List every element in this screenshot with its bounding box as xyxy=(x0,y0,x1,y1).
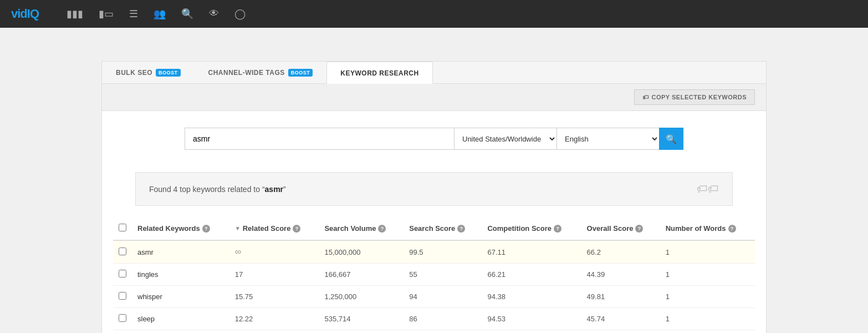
th-search-volume: Search Volume ? xyxy=(319,217,404,240)
results-banner: Found 4 top keywords related to “asmr” 🏷… xyxy=(135,172,733,206)
copy-keywords-button[interactable]: 🏷 COPY SELECTED KEYWORDS xyxy=(634,89,755,105)
overall-score-help-icon[interactable]: ? xyxy=(635,225,643,233)
keyword-link[interactable]: asmr xyxy=(137,248,154,256)
row-checkbox[interactable] xyxy=(119,248,126,255)
table-row: asmr ∞ 15,000,000 99.5 67.11 66.2 1 xyxy=(113,240,755,264)
boost-badge-bulk-seo: BOOST xyxy=(156,69,181,77)
main-container: BULK SEO BOOST CHANNEL-WIDE TAGS BOOST K… xyxy=(101,61,767,333)
keyword-cell: whisper xyxy=(132,286,229,308)
region-select[interactable]: United States/Worldwide Global United Ki… xyxy=(454,128,556,150)
users-icon[interactable]: 👥 xyxy=(154,8,166,20)
search-volume-value: 1,250,000 xyxy=(324,292,356,301)
related-score-cell: ∞ xyxy=(229,240,319,264)
num-words-cell: 1 xyxy=(660,286,755,308)
num-words-cell: 1 xyxy=(660,308,755,330)
row-checkbox-cell xyxy=(113,240,132,264)
logo-vid: vid xyxy=(11,7,27,21)
search-button[interactable]: 🔍 xyxy=(659,128,683,150)
related-score-cell: 12.22 xyxy=(229,308,319,330)
copy-btn-label: COPY SELECTED KEYWORDS xyxy=(651,94,747,100)
th-related-score[interactable]: ▼ Related Score ? xyxy=(229,217,319,240)
row-checkbox-cell xyxy=(113,308,132,330)
num-words-value: 1 xyxy=(666,248,670,256)
keyword-link[interactable]: tingles xyxy=(137,270,159,279)
search-score-value: 55 xyxy=(409,270,417,279)
competition-score-help-icon[interactable]: ? xyxy=(554,225,561,233)
competition-score-value: 94.53 xyxy=(487,315,506,323)
num-words-cell: 1 xyxy=(660,240,755,264)
search-icon[interactable]: 🔍 xyxy=(181,8,193,20)
num-words-cell: 1 xyxy=(660,264,755,286)
language-select[interactable]: English Spanish French German Portuguese xyxy=(556,128,659,150)
search-score-cell: 94 xyxy=(404,286,482,308)
logo-iq: IQ xyxy=(27,7,39,21)
search-score-help-icon[interactable]: ? xyxy=(457,225,465,233)
tabs-bar: BULK SEO BOOST CHANNEL-WIDE TAGS BOOST K… xyxy=(102,62,766,84)
search-volume-cell: 15,000,000 xyxy=(319,240,404,264)
overall-score-value: 49.81 xyxy=(587,292,605,301)
tab-keyword-research[interactable]: KEYWORD RESEARCH xyxy=(326,62,432,84)
search-volume-help-icon[interactable]: ? xyxy=(378,225,386,233)
keywords-table: Related Keywords ? ▼ Related Score ? xyxy=(113,217,755,330)
related-score-cell: 17 xyxy=(229,264,319,286)
keyword-search-input[interactable] xyxy=(185,128,454,150)
row-checkbox[interactable] xyxy=(119,314,126,322)
search-score-value: 99.5 xyxy=(409,248,423,256)
search-score-cell: 55 xyxy=(404,264,482,286)
num-words-value: 1 xyxy=(666,315,670,323)
select-all-checkbox[interactable] xyxy=(119,224,126,231)
competition-score-value: 66.21 xyxy=(487,270,506,279)
search-volume-value: 535,714 xyxy=(324,315,350,323)
keyword-help-icon[interactable]: ? xyxy=(202,225,210,233)
overall-score-value: 45.74 xyxy=(587,315,605,323)
competition-score-value: 94.38 xyxy=(487,292,506,301)
table-row: whisper 15.75 1,250,000 94 94.38 49.81 1 xyxy=(113,286,755,308)
th-related-score-label: Related Score xyxy=(243,224,291,233)
results-keyword: asmr xyxy=(265,185,283,194)
sort-arrow-icon: ▼ xyxy=(235,225,241,231)
keyword-link[interactable]: sleep xyxy=(137,315,155,323)
search-row: United States/Worldwide Global United Ki… xyxy=(185,128,683,150)
overall-score-value: 44.39 xyxy=(587,270,605,279)
overall-score-cell: 44.39 xyxy=(581,264,660,286)
overall-score-cell: 45.74 xyxy=(581,308,660,330)
th-num-words: Number of Words ? xyxy=(660,217,755,240)
tab-bulk-seo[interactable]: BULK SEO BOOST xyxy=(102,62,195,83)
video-icon[interactable]: ▮▭ xyxy=(99,8,114,20)
row-checkbox[interactable] xyxy=(119,270,126,278)
keyword-link[interactable]: whisper xyxy=(137,292,162,301)
tag-icon: 🏷🏷 xyxy=(697,183,719,195)
search-score-cell: 86 xyxy=(404,308,482,330)
th-num-words-label: Number of Words xyxy=(666,224,726,233)
th-search-volume-label: Search Volume xyxy=(324,224,376,233)
bar-chart-icon[interactable]: ▮▮▮ xyxy=(67,8,83,20)
competition-score-cell: 94.38 xyxy=(482,286,581,308)
competition-score-cell: 94.53 xyxy=(482,308,581,330)
th-competition-score: Competition Score ? xyxy=(482,217,581,240)
keyword-cell: tingles xyxy=(132,264,229,286)
num-words-value: 1 xyxy=(666,270,670,279)
search-volume-value: 15,000,000 xyxy=(324,248,360,256)
search-section: United States/Worldwide Global United Ki… xyxy=(102,111,766,167)
row-checkbox[interactable] xyxy=(119,292,126,300)
th-overall-score: Overall Score ? xyxy=(581,217,660,240)
related-score-help-icon[interactable]: ? xyxy=(293,225,300,233)
nav-icons: ▮▮▮ ▮▭ ☰ 👥 🔍 👁 ◯ xyxy=(67,8,246,20)
eye-icon[interactable]: 👁 xyxy=(209,8,219,20)
top-navigation: vidIQ ▮▮▮ ▮▭ ☰ 👥 🔍 👁 ◯ xyxy=(0,0,868,28)
search-score-cell: 99.5 xyxy=(404,240,482,264)
plus-circle-icon[interactable]: ◯ xyxy=(234,8,246,20)
list-icon[interactable]: ☰ xyxy=(129,8,138,20)
table-section: Related Keywords ? ▼ Related Score ? xyxy=(102,217,766,333)
related-score-value: 15.75 xyxy=(235,292,253,301)
logo: vidIQ xyxy=(11,7,39,21)
search-score-value: 94 xyxy=(409,292,417,301)
related-score-value: 17 xyxy=(235,270,243,279)
tab-channel-tags[interactable]: CHANNEL-WIDE TAGS BOOST xyxy=(195,62,327,83)
num-words-help-icon[interactable]: ? xyxy=(728,225,736,233)
search-volume-cell: 166,667 xyxy=(319,264,404,286)
results-message: Found 4 top keywords related to “asmr” xyxy=(149,185,286,194)
th-keyword: Related Keywords ? xyxy=(132,217,229,240)
row-checkbox-cell xyxy=(113,264,132,286)
competition-score-cell: 66.21 xyxy=(482,264,581,286)
